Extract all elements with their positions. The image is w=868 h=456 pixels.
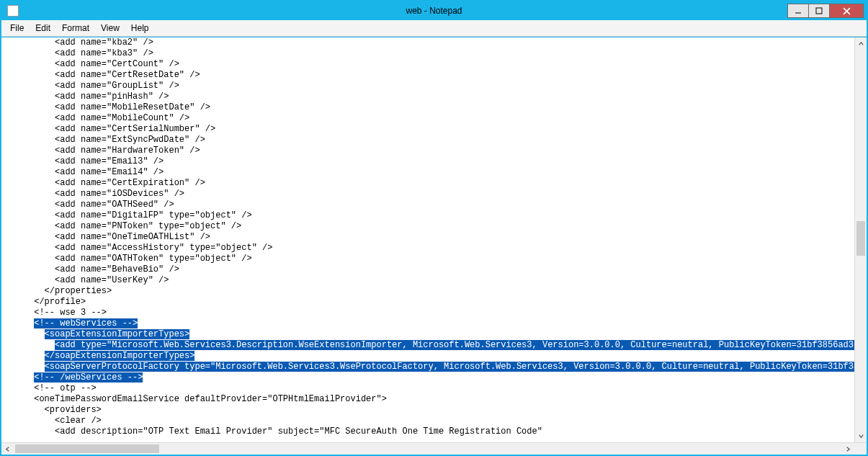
text-editor[interactable]: <add name="kba2" /> <add name="kba3" /> … [1, 37, 854, 442]
editor-line[interactable]: <!-- webServices --> [3, 318, 853, 329]
editor-line[interactable]: <!-- wse 3 --> [3, 308, 853, 318]
editor-line[interactable]: <add name="OneTimeOATHList" /> [3, 232, 853, 243]
editor-line[interactable]: <add name="CertResetDate" /> [3, 70, 853, 81]
window-controls [788, 4, 864, 18]
editor-outer: <add name="kba2" /> <add name="kba3" /> … [1, 37, 867, 442]
editor-line[interactable]: </properties> [3, 286, 853, 297]
close-button[interactable] [829, 4, 864, 18]
window-title: web - Notepad [406, 6, 462, 16]
menu-format[interactable]: Format [56, 22, 95, 35]
menu-help[interactable]: Help [125, 22, 155, 35]
app-icon [7, 5, 19, 17]
editor-line[interactable]: <add name="PNToken" type="object" /> [3, 221, 853, 232]
editor-line[interactable]: <providers> [3, 405, 853, 416]
editor-line[interactable]: <oneTimePasswordEmailService defaultProv… [3, 394, 853, 405]
editor-line[interactable]: <add name="HardwareToken" /> [3, 146, 853, 156]
horizontal-scrollbar[interactable] [1, 442, 867, 455]
menu-edit[interactable]: Edit [30, 22, 56, 35]
minimize-button[interactable] [787, 4, 809, 18]
editor-line[interactable]: <soapExtensionImporterTypes> [3, 329, 853, 340]
title-bar[interactable]: web - Notepad [1, 1, 867, 20]
scroll-left-button[interactable] [1, 443, 14, 455]
editor-line[interactable]: <add name="CertSerialNumber" /> [3, 124, 853, 135]
content-wrapper: <add name="kba2" /> <add name="kba3" /> … [1, 37, 867, 455]
editor-line[interactable]: <add name="Email3" /> [3, 156, 853, 167]
scrollbar-corner [854, 443, 867, 455]
editor-line[interactable]: <add name="AccessHistory" type="object" … [3, 243, 853, 254]
editor-line[interactable]: </soapExtensionImporterTypes> [3, 351, 853, 362]
maximize-button[interactable] [808, 4, 830, 18]
editor-line[interactable]: <add name="MobileCount" /> [3, 113, 853, 124]
editor-line[interactable]: <add name="CertCount" /> [3, 59, 853, 70]
scroll-up-button[interactable] [855, 37, 867, 50]
editor-line[interactable]: <add name="MobileResetDate" /> [3, 102, 853, 113]
horizontal-scroll-track[interactable] [14, 443, 842, 455]
editor-line[interactable]: <add name="Email4" /> [3, 167, 853, 178]
editor-line[interactable]: <!-- /webServices --> [3, 372, 853, 383]
vertical-scrollbar[interactable] [854, 37, 867, 442]
scroll-down-button[interactable] [855, 430, 867, 442]
vertical-scroll-thumb[interactable] [856, 221, 865, 256]
editor-line[interactable]: <add name="DigitalFP" type="object" /> [3, 210, 853, 221]
editor-line[interactable]: <add name="CertExpiration" /> [3, 178, 853, 189]
editor-line[interactable]: <add name="UserKey" /> [3, 275, 853, 286]
vertical-scroll-track[interactable] [855, 50, 867, 430]
editor-line[interactable]: </profile> [3, 297, 853, 308]
menu-file[interactable]: File [4, 22, 30, 35]
svg-rect-1 [816, 8, 822, 14]
editor-line[interactable]: <!-- otp --> [3, 383, 853, 394]
editor-line[interactable]: <add description="OTP Text Email Provide… [3, 426, 853, 437]
menu-view[interactable]: View [95, 22, 125, 35]
editor-line[interactable]: <add name="OATHToken" type="object" /> [3, 254, 853, 264]
editor-line[interactable]: <add name="iOSDevices" /> [3, 189, 853, 200]
editor-line[interactable]: <clear /> [3, 416, 853, 426]
editor-line[interactable]: <add type="Microsoft.Web.Services3.Descr… [3, 340, 853, 351]
scroll-right-button[interactable] [842, 443, 854, 455]
editor-line[interactable]: <add name="OATHSeed" /> [3, 200, 853, 210]
editor-line[interactable]: <add name="ExtSyncPwdDate" /> [3, 135, 853, 146]
editor-line[interactable]: <soapServerProtocolFactory type="Microso… [3, 362, 853, 372]
editor-line[interactable]: <add name="GroupList" /> [3, 81, 853, 91]
editor-line[interactable]: <add name="pinHash" /> [3, 91, 853, 102]
menu-bar: File Edit Format View Help [1, 20, 867, 37]
editor-line[interactable]: <add name="BehaveBio" /> [3, 264, 853, 275]
editor-line[interactable]: <add name="kba3" /> [3, 48, 853, 59]
horizontal-scroll-thumb[interactable] [15, 444, 159, 453]
editor-line[interactable]: <add name="kba2" /> [3, 37, 853, 48]
